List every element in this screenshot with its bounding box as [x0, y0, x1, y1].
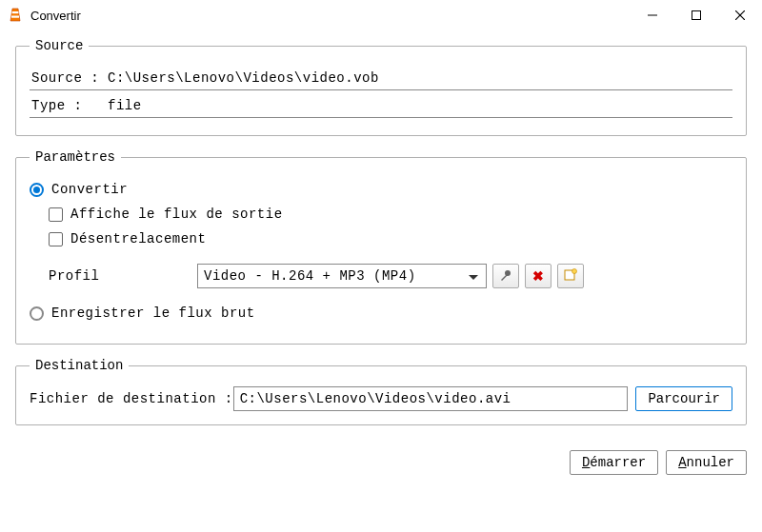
show-output-checkbox-row[interactable]: Affiche le flux de sortie	[49, 207, 732, 222]
wrench-icon	[499, 268, 512, 285]
maximize-button[interactable]	[674, 0, 718, 30]
convert-label: Convertir	[51, 182, 128, 197]
vlc-icon	[8, 8, 23, 23]
convert-radio-row[interactable]: Convertir	[30, 182, 732, 197]
destination-file-input[interactable]: C:\Users\Lenovo\Videos\video.avi	[233, 386, 629, 411]
destination-file-label: Fichier de destination :	[30, 391, 233, 406]
raw-radio[interactable]	[30, 306, 44, 321]
show-output-label: Affiche le flux de sortie	[70, 207, 283, 222]
svg-point-7	[572, 268, 577, 273]
cancel-button[interactable]: Annuler	[666, 450, 747, 475]
title-bar: Convertir	[0, 0, 762, 30]
browse-button[interactable]: Parcourir	[635, 386, 732, 411]
parameters-group: Paramètres Convertir Affiche le flux de …	[15, 149, 747, 345]
profile-select[interactable]: Video - H.264 + MP3 (MP4)	[197, 264, 487, 288]
deinterlace-label: Désentrelacement	[70, 231, 206, 246]
edit-profile-button[interactable]	[492, 264, 519, 288]
svg-rect-3	[692, 11, 701, 20]
minimize-button[interactable]	[631, 0, 674, 30]
delete-icon: ✖	[532, 268, 544, 284]
new-icon	[564, 268, 577, 285]
close-button[interactable]	[718, 0, 762, 30]
start-button[interactable]: Démarrer	[570, 450, 658, 475]
new-profile-button[interactable]	[557, 264, 584, 288]
svg-rect-1	[11, 16, 19, 18]
convert-radio[interactable]	[30, 183, 44, 197]
start-rest: émarrer	[590, 455, 646, 470]
window-title: Convertir	[30, 9, 631, 23]
raw-label: Enregistrer le flux brut	[51, 305, 255, 321]
source-legend: Source	[30, 38, 89, 53]
deinterlace-checkbox-row[interactable]: Désentrelacement	[49, 231, 732, 246]
show-output-checkbox[interactable]	[49, 207, 63, 222]
chevron-down-icon	[469, 269, 478, 284]
profile-label: Profil	[49, 268, 197, 284]
type-value: file	[108, 98, 731, 113]
delete-profile-button[interactable]: ✖	[525, 264, 551, 288]
svg-rect-0	[12, 11, 19, 13]
source-value: C:\Users\Lenovo\Videos\video.vob	[108, 70, 731, 86]
source-group: Source Source : C:\Users\Lenovo\Videos\v…	[15, 38, 747, 136]
destination-group: Destination Fichier de destination : C:\…	[15, 358, 747, 425]
deinterlace-checkbox[interactable]	[49, 232, 63, 246]
profile-value: Video - H.264 + MP3 (MP4)	[204, 268, 416, 284]
destination-file-value: C:\Users\Lenovo\Videos\video.avi	[240, 391, 511, 406]
type-label: Type :	[31, 98, 108, 113]
source-label: Source :	[31, 70, 108, 86]
destination-legend: Destination	[30, 358, 129, 373]
raw-radio-row[interactable]: Enregistrer le flux brut	[30, 305, 732, 321]
parameters-legend: Paramètres	[30, 149, 121, 165]
cancel-rest: nnuler	[687, 455, 734, 470]
